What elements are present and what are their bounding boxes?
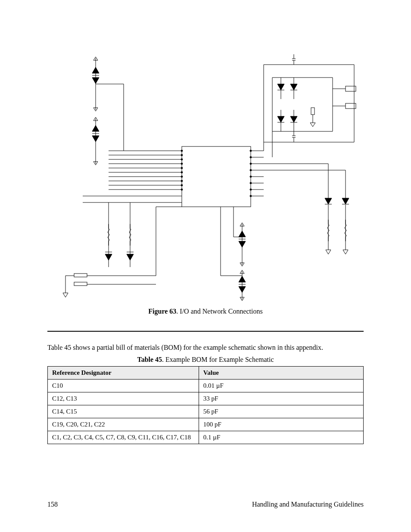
svg-point-20 — [181, 180, 183, 182]
svg-rect-64 — [74, 282, 87, 286]
svg-point-18 — [181, 171, 183, 173]
svg-marker-67 — [63, 293, 68, 297]
page-number: 158 — [47, 501, 58, 508]
cell-val: 56 pF — [199, 405, 363, 418]
cell-val: 0.1 µF — [199, 431, 363, 444]
svg-point-14 — [181, 154, 183, 156]
svg-marker-58 — [129, 224, 131, 246]
figure-label: Figure 63 — [148, 308, 176, 315]
cell-val: 33 pF — [199, 392, 363, 405]
svg-point-19 — [181, 176, 183, 177]
table-header-ref: Reference Designator — [48, 366, 199, 379]
svg-marker-89 — [277, 84, 284, 90]
svg-point-17 — [181, 167, 183, 169]
bom-table: Reference Designator Value C10 0.01 µF C… — [47, 366, 364, 444]
svg-marker-131 — [239, 286, 246, 292]
table-header-val: Value — [199, 366, 363, 379]
svg-marker-124 — [239, 231, 246, 237]
cell-val: 0.01 µF — [199, 379, 363, 392]
svg-rect-0 — [182, 146, 251, 207]
svg-marker-130 — [239, 276, 246, 282]
table-row: C12, C13 33 pF — [48, 392, 364, 405]
cell-ref: C12, C13 — [48, 392, 199, 405]
page-footer: 158 Handling and Manufacturing Guideline… — [47, 501, 364, 508]
svg-marker-102 — [310, 123, 315, 127]
svg-point-34 — [250, 169, 252, 171]
schematic-diagram — [53, 34, 358, 302]
body-paragraph: Table 45 shows a partial bill of materia… — [47, 343, 364, 352]
svg-point-36 — [250, 182, 252, 184]
svg-point-32 — [250, 156, 252, 158]
svg-marker-117 — [342, 198, 349, 204]
table-caption: Table 45. Example BOM for Example Schema… — [47, 356, 364, 364]
table-caption-sep: . — [162, 356, 165, 363]
cell-ref: C1, C2, C3, C4, C5, C7, C8, C9, C11, C16… — [48, 431, 199, 444]
figure-caption: Figure 63. I/O and Network Connections — [47, 308, 364, 315]
svg-marker-40 — [92, 67, 99, 73]
table-caption-text: Example BOM for Example Schematic — [165, 356, 274, 363]
svg-marker-95 — [277, 116, 284, 122]
svg-marker-49 — [92, 136, 99, 142]
page: Figure 63. I/O and Network Connections T… — [0, 0, 411, 532]
table-row: C1, C2, C3, C4, C5, C7, C8, C9, C11, C16… — [48, 431, 364, 444]
svg-marker-41 — [92, 78, 99, 84]
svg-point-33 — [250, 163, 252, 165]
footer-title: Handling and Manufacturing Guidelines — [252, 501, 364, 508]
svg-marker-98 — [290, 116, 297, 122]
svg-marker-111 — [325, 198, 332, 204]
svg-point-31 — [250, 150, 252, 152]
table-header-row: Reference Designator Value — [48, 366, 364, 379]
cell-ref: C19, C20, C21, C22 — [48, 418, 199, 431]
figure-caption-text: I/O and Network Connections — [180, 308, 262, 315]
svg-marker-48 — [92, 125, 99, 131]
table-row: C10 0.01 µF — [48, 379, 364, 392]
svg-marker-116 — [326, 250, 331, 254]
cell-val: 100 pF — [199, 418, 363, 431]
svg-point-37 — [250, 189, 252, 190]
svg-point-22 — [181, 189, 183, 190]
svg-marker-56 — [105, 254, 112, 260]
table-label: Table 45 — [137, 356, 162, 363]
svg-point-38 — [250, 195, 252, 197]
svg-point-15 — [181, 159, 183, 160]
svg-marker-61 — [127, 254, 134, 260]
svg-marker-120 — [345, 220, 346, 241]
svg-marker-92 — [290, 84, 297, 90]
table-row: C19, C20, C21, C22 100 pF — [48, 418, 364, 431]
svg-marker-125 — [239, 241, 246, 247]
svg-point-35 — [250, 176, 252, 177]
cell-ref: C14, C15 — [48, 405, 199, 418]
svg-rect-100 — [311, 108, 314, 115]
svg-rect-63 — [74, 274, 87, 277]
svg-point-13 — [181, 150, 183, 152]
svg-point-21 — [181, 184, 183, 186]
svg-point-16 — [181, 163, 183, 165]
section-divider — [47, 331, 364, 332]
svg-marker-122 — [343, 250, 348, 254]
figure-block: Figure 63. I/O and Network Connections — [47, 34, 364, 315]
table-row: C14, C15 56 pF — [48, 405, 364, 418]
svg-marker-114 — [327, 220, 329, 241]
svg-marker-53 — [108, 224, 109, 246]
cell-ref: C10 — [48, 379, 199, 392]
